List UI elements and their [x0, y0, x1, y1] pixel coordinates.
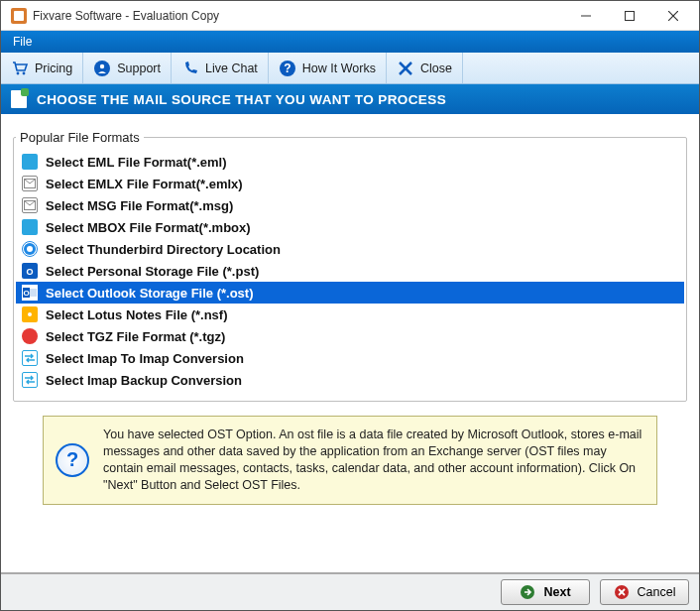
format-tgz[interactable]: Select TGZ File Format (*.tgz)	[16, 325, 684, 347]
ost-icon: O	[22, 285, 38, 301]
thunderbird-icon	[22, 241, 38, 257]
emlx-icon	[22, 176, 38, 191]
menu-file[interactable]: File	[5, 33, 40, 51]
content-area: Popular File Formats Select EML File For…	[1, 114, 699, 511]
format-pst-label: Select Personal Storage File (*.pst)	[46, 264, 259, 279]
svg-text:?: ?	[284, 61, 291, 75]
format-ost-label: Select Outlook Storage File (*.ost)	[46, 286, 253, 301]
toolbar-support[interactable]: Support	[83, 53, 172, 83]
app-icon	[11, 8, 27, 24]
format-imap-to-imap[interactable]: Select Imap To Imap Conversion	[16, 347, 684, 369]
formats-legend: Popular File Formats	[16, 130, 144, 145]
format-thunderbird[interactable]: Select Thunderbird Directory Location	[16, 238, 684, 260]
svg-rect-3	[626, 11, 635, 20]
format-emlx-label: Select EMLX File Format(*.emlx)	[46, 177, 243, 191]
toolbar: Pricing Support Live Chat ? How It Works…	[1, 53, 699, 84]
next-button[interactable]: Next	[501, 579, 590, 605]
format-ost[interactable]: O Select Outlook Storage File (*.ost)	[16, 282, 684, 304]
format-msg[interactable]: Select MSG File Format(*.msg)	[16, 194, 684, 216]
cart-icon	[11, 60, 29, 77]
cancel-icon	[614, 584, 630, 600]
format-imap1-label: Select Imap To Imap Conversion	[46, 351, 244, 366]
window-title: Fixvare Software - Evaluation Copy	[33, 9, 564, 23]
svg-text:O: O	[23, 289, 29, 298]
tgz-icon	[22, 328, 38, 344]
format-emlx[interactable]: Select EMLX File Format(*.emlx)	[16, 173, 684, 194]
pst-icon: O	[22, 263, 38, 279]
format-tgz-label: Select TGZ File Format (*.tgz)	[46, 329, 225, 344]
format-imap-backup[interactable]: Select Imap Backup Conversion	[16, 369, 684, 391]
toolbar-pricing[interactable]: Pricing	[1, 53, 83, 83]
maximize-button[interactable]	[608, 2, 651, 30]
nsf-icon	[22, 306, 38, 322]
toolbar-howitworks-label: How It Works	[302, 61, 376, 75]
question-icon: ?	[279, 60, 296, 77]
menubar: File	[1, 31, 699, 53]
eml-icon	[22, 154, 38, 170]
titlebar: Fixvare Software - Evaluation Copy	[1, 1, 699, 31]
mbox-icon	[22, 219, 38, 235]
document-icon	[11, 90, 27, 108]
format-nsf-label: Select Lotus Notes File (*.nsf)	[46, 307, 227, 322]
close-icon	[397, 60, 414, 77]
bottom-bar: Next Cancel	[1, 572, 699, 610]
toolbar-close-label: Close	[420, 61, 452, 75]
imap-icon	[22, 350, 38, 366]
toolbar-livechat-label: Live Chat	[205, 61, 258, 75]
svg-point-7	[23, 71, 26, 74]
format-thunderbird-label: Select Thunderbird Directory Location	[46, 242, 281, 257]
format-eml[interactable]: Select EML File Format(*.eml)	[16, 151, 684, 173]
heading-text: CHOOSE THE MAIL SOURCE THAT YOU WANT TO …	[37, 92, 446, 107]
arrow-right-icon	[520, 584, 535, 600]
format-mbox-label: Select MBOX File Format(*.mbox)	[46, 220, 251, 235]
format-msg-label: Select MSG File Format(*.msg)	[46, 198, 233, 213]
format-imap2-label: Select Imap Backup Conversion	[46, 373, 242, 388]
svg-point-6	[17, 71, 20, 74]
format-eml-label: Select EML File Format(*.eml)	[46, 155, 227, 170]
heading-bar: CHOOSE THE MAIL SOURCE THAT YOU WANT TO …	[1, 84, 699, 114]
svg-point-9	[100, 63, 104, 67]
svg-rect-23	[30, 289, 37, 297]
svg-point-25	[28, 312, 32, 316]
format-pst[interactable]: O Select Personal Storage File (*.pst)	[16, 260, 684, 282]
close-window-button[interactable]	[651, 2, 695, 30]
phone-icon	[181, 60, 199, 77]
headset-icon	[93, 60, 111, 77]
toolbar-livechat[interactable]: Live Chat	[172, 53, 269, 83]
svg-rect-1	[14, 11, 24, 21]
toolbar-pricing-label: Pricing	[35, 61, 72, 75]
info-icon: ?	[56, 443, 89, 477]
cancel-button-label: Cancel	[638, 585, 676, 599]
imap-backup-icon	[22, 372, 38, 388]
next-button-label: Next	[543, 585, 570, 599]
format-mbox[interactable]: Select MBOX File Format(*.mbox)	[16, 216, 684, 238]
window-controls	[564, 2, 695, 30]
format-nsf[interactable]: Select Lotus Notes File (*.nsf)	[16, 304, 684, 325]
formats-fieldset: Popular File Formats Select EML File For…	[13, 130, 687, 402]
svg-text:O: O	[26, 267, 33, 277]
toolbar-howitworks[interactable]: ? How It Works	[269, 53, 387, 83]
cancel-button[interactable]: Cancel	[600, 579, 689, 605]
info-text: You have selected OST Option. An ost fil…	[103, 427, 644, 494]
msg-icon	[22, 197, 38, 213]
svg-point-17	[27, 246, 33, 252]
info-box: ? You have selected OST Option. An ost f…	[43, 416, 657, 505]
toolbar-close[interactable]: Close	[387, 53, 463, 83]
minimize-button[interactable]	[564, 2, 608, 30]
toolbar-support-label: Support	[117, 61, 161, 75]
